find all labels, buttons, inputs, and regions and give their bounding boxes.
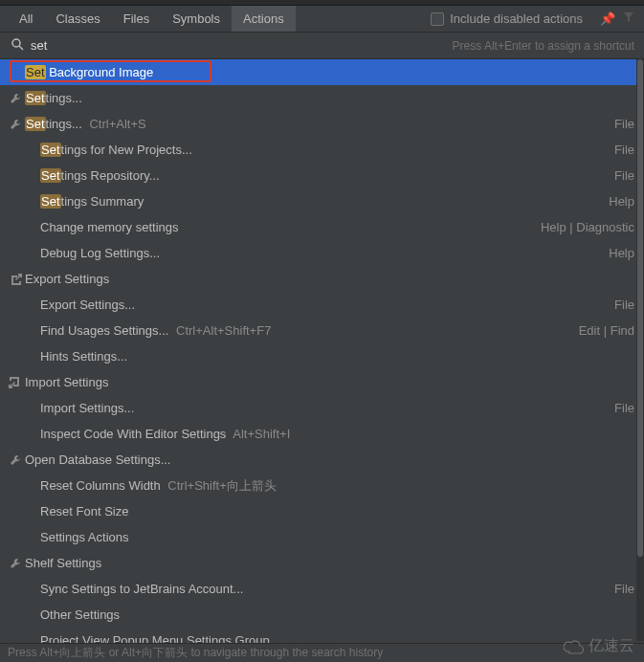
result-context: Edit | Find xyxy=(579,323,634,338)
footer-hint: Press Alt+向上箭头 or Alt+向下箭头 to navigate t… xyxy=(0,643,644,662)
result-context: File xyxy=(614,298,634,312)
import-icon xyxy=(8,376,23,389)
result-row[interactable]: Other Settings xyxy=(0,602,644,628)
result-label: Set Background Image xyxy=(23,65,153,79)
result-label: Import Settings... xyxy=(23,401,134,415)
filter-icon[interactable] xyxy=(623,11,634,26)
result-row[interactable]: Export Settings xyxy=(0,266,644,292)
svg-line-1 xyxy=(19,46,23,50)
result-label: Sync Settings to JetBrains Account... xyxy=(23,582,243,596)
result-label: Reset Font Size xyxy=(23,504,129,519)
result-context: File xyxy=(614,168,634,183)
result-row[interactable]: Hints Settings... xyxy=(0,343,644,369)
result-label: Settings Repository... xyxy=(23,168,160,183)
shortcut-hint: Press Alt+Enter to assign a shortcut xyxy=(453,39,634,53)
wrench-icon xyxy=(8,557,23,570)
checkbox-icon xyxy=(431,12,444,26)
result-label: Settings... Ctrl+Alt+S xyxy=(23,117,146,131)
search-icon xyxy=(10,37,25,54)
result-row[interactable]: Reset Columns Width Ctrl+Shift+向上箭头 xyxy=(0,473,644,498)
result-label: Shelf Settings xyxy=(23,556,101,570)
export-icon xyxy=(8,273,23,286)
scrollbar-thumb[interactable] xyxy=(637,59,643,557)
shortcut-label: Alt+Shift+I xyxy=(226,427,290,441)
result-row[interactable]: Change memory settingsHelp | Diagnostic xyxy=(0,214,644,240)
wrench-icon xyxy=(8,118,23,131)
result-label: Find Usages Settings... Ctrl+Alt+Shift+F… xyxy=(23,323,271,338)
result-label: Settings for New Projects... xyxy=(23,143,192,157)
wrench-icon xyxy=(8,92,23,105)
search-input[interactable] xyxy=(25,38,453,53)
result-context: File xyxy=(614,401,634,415)
result-row[interactable]: Settings SummaryHelp xyxy=(0,188,644,214)
result-row[interactable]: Import Settings...File xyxy=(0,395,644,421)
result-row[interactable]: Find Usages Settings... Ctrl+Alt+Shift+F… xyxy=(0,318,644,343)
result-label: Export Settings xyxy=(23,272,109,286)
shortcut-label: Ctrl+Shift+向上箭头 xyxy=(161,478,277,493)
result-label: Settings... xyxy=(23,91,82,105)
result-label: Import Settings xyxy=(23,375,108,389)
include-disabled-label: Include disabled actions xyxy=(450,11,583,26)
results-list: Set Background ImageSettings...Settings.… xyxy=(0,59,644,653)
include-disabled-checkbox[interactable]: Include disabled actions xyxy=(431,11,590,26)
result-context: File xyxy=(614,143,634,157)
result-row[interactable]: Debug Log Settings...Help xyxy=(0,240,644,266)
shortcut-label: Ctrl+Alt+Shift+F7 xyxy=(168,323,271,338)
tab-actions[interactable]: Actions xyxy=(232,6,296,32)
result-row[interactable]: Sync Settings to JetBrains Account...Fil… xyxy=(0,576,644,602)
result-label: Settings Actions xyxy=(23,530,129,544)
result-row[interactable]: Settings for New Projects...File xyxy=(0,137,644,163)
svg-point-0 xyxy=(12,39,20,47)
scrollbar[interactable] xyxy=(636,59,644,641)
result-context: Help | Diagnostic xyxy=(541,220,634,234)
pin-icon[interactable]: 📌 xyxy=(600,11,615,26)
result-label: Settings Summary xyxy=(23,194,144,209)
result-row[interactable]: Import Settings xyxy=(0,369,644,395)
result-label: Reset Columns Width Ctrl+Shift+向上箭头 xyxy=(23,477,277,495)
result-label: Export Settings... xyxy=(23,298,135,312)
result-row[interactable]: Export Settings...File xyxy=(0,292,644,318)
tab-files[interactable]: Files xyxy=(112,6,161,32)
search-tabs: AllClassesFilesSymbolsActions Include di… xyxy=(0,6,644,33)
result-label: Debug Log Settings... xyxy=(23,246,160,260)
result-row[interactable]: Settings Actions xyxy=(0,524,644,550)
result-row[interactable]: Settings... xyxy=(0,85,644,111)
search-row: Press Alt+Enter to assign a shortcut xyxy=(0,33,644,59)
result-context: File xyxy=(614,117,634,131)
result-context: Help xyxy=(609,194,634,209)
result-label: Change memory settings xyxy=(23,220,179,234)
tab-classes[interactable]: Classes xyxy=(44,6,111,32)
result-row[interactable]: Set Background Image xyxy=(0,59,644,85)
result-label: Open Database Settings... xyxy=(23,452,170,467)
result-label: Hints Settings... xyxy=(23,349,127,364)
result-label: Other Settings xyxy=(23,607,120,622)
result-row[interactable]: Open Database Settings... xyxy=(0,447,644,473)
result-context: Help xyxy=(609,246,634,260)
tab-all[interactable]: All xyxy=(8,6,44,32)
result-row[interactable]: Settings Repository...File xyxy=(0,163,644,188)
shortcut-label: Ctrl+Alt+S xyxy=(82,117,146,131)
result-label: Inspect Code With Editor Settings Alt+Sh… xyxy=(23,427,290,441)
result-context: File xyxy=(614,582,634,596)
wrench-icon xyxy=(8,453,23,467)
tab-symbols[interactable]: Symbols xyxy=(161,6,232,32)
result-row[interactable]: Inspect Code With Editor Settings Alt+Sh… xyxy=(0,421,644,447)
result-row[interactable]: Settings... Ctrl+Alt+SFile xyxy=(0,111,644,137)
result-row[interactable]: Reset Font Size xyxy=(0,498,644,524)
result-row[interactable]: Shelf Settings xyxy=(0,550,644,576)
